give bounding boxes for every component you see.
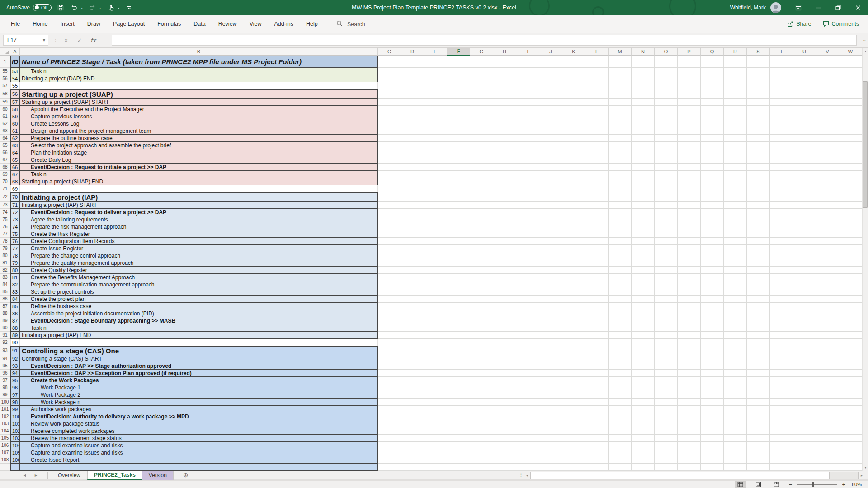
cell-id[interactable]: 105 [10, 449, 20, 456]
empty-grid-cells[interactable] [378, 362, 862, 370]
comments-button[interactable]: Comments [817, 19, 864, 29]
row-number[interactable]: 82 [0, 267, 10, 274]
table-row[interactable]: 7169 [0, 185, 862, 192]
autosave-toggle[interactable]: AutoSave Off [6, 4, 52, 11]
row-number[interactable]: 84 [0, 281, 10, 288]
cell-id[interactable]: 85 [10, 303, 20, 310]
row-number[interactable]: 96 [0, 370, 10, 377]
column-header-K[interactable]: K [562, 48, 585, 56]
empty-grid-cells[interactable] [378, 120, 862, 127]
new-sheet-icon[interactable]: ⊕ [183, 471, 189, 479]
empty-grid-cells[interactable] [378, 89, 862, 99]
cell-task-name[interactable]: Event/Decision : DAP >> Exception Plan a… [20, 370, 378, 377]
empty-grid-cells[interactable] [378, 420, 862, 427]
table-row[interactable]: 103101Review work package status [0, 420, 862, 427]
cell-task-name[interactable] [20, 339, 378, 346]
cell-task-name[interactable]: Review the management stage status [20, 435, 378, 442]
table-row[interactable]: 104102Receive completed work packages [0, 427, 862, 435]
row-number[interactable]: 73 [0, 202, 10, 209]
table-row[interactable]: 7068Starting up a project (SUAP) END [0, 178, 862, 185]
cell-id[interactable]: 90 [10, 339, 20, 346]
row-number[interactable]: 100 [0, 399, 10, 406]
next-sheet-icon[interactable]: ► [34, 473, 38, 478]
cell-task-name[interactable]: Design and appoint the project managemen… [20, 127, 378, 135]
empty-grid-cells[interactable] [378, 391, 862, 399]
column-header-Q[interactable]: Q [701, 48, 724, 56]
cell-task-name[interactable]: Review work package status [20, 420, 378, 427]
row-number[interactable]: 85 [0, 288, 10, 296]
empty-grid-cells[interactable] [378, 377, 862, 384]
undo-icon[interactable] [70, 3, 79, 13]
row-number[interactable]: 63 [0, 127, 10, 135]
ribbon-tab-review[interactable]: Review [212, 15, 243, 33]
table-row[interactable]: 5755 [0, 82, 862, 89]
row-number[interactable]: 77 [0, 230, 10, 238]
touch-mouse-mode-icon[interactable] [106, 3, 115, 13]
cell-task-name[interactable]: Assemble the project initiation document… [20, 310, 378, 317]
table-row[interactable]: 8179Prepare the quality management appro… [0, 259, 862, 267]
empty-grid-cells[interactable] [378, 288, 862, 296]
row-number[interactable]: 106 [0, 442, 10, 449]
cell-task-name[interactable]: Event/Decision : Stage Boundary approach… [20, 317, 378, 324]
row-number[interactable]: 68 [0, 164, 10, 171]
page-break-preview-icon[interactable] [771, 481, 783, 488]
row-number[interactable]: 99 [0, 391, 10, 399]
cell-task-name[interactable]: Event/Decision: Authority to delivery a … [20, 413, 378, 420]
row-number[interactable]: 105 [0, 435, 10, 442]
cell-task-name[interactable]: Work Package n [20, 399, 378, 406]
cell-task-name[interactable]: Event/Decision : Request to initiate a p… [20, 164, 378, 171]
cell-id[interactable]: 97 [10, 391, 20, 399]
empty-grid-cells[interactable] [378, 324, 862, 332]
cell-task-name[interactable]: Create Configuration Item Records [20, 238, 378, 245]
column-header-N[interactable]: N [632, 48, 655, 56]
table-row[interactable]: 6563Select the project approach and asse… [0, 142, 862, 149]
cell-id[interactable]: 60 [10, 120, 20, 127]
empty-grid-cells[interactable] [378, 399, 862, 406]
expand-formula-bar-icon[interactable]: ⌄ [863, 38, 866, 42]
spreadsheet-grid[interactable]: 1IDName of PRINCE2 Stage / Task (taken f… [0, 56, 862, 471]
cell-task-name[interactable]: Set up the project controls [20, 288, 378, 296]
row-number[interactable]: 92 [0, 339, 10, 346]
row-number[interactable]: 60 [0, 106, 10, 113]
row-number[interactable]: 97 [0, 377, 10, 384]
cell-id[interactable]: 91 [10, 346, 20, 355]
cell-id[interactable]: 56 [10, 89, 20, 99]
row-number[interactable]: 67 [0, 156, 10, 164]
row-number[interactable]: 86 [0, 296, 10, 303]
ribbon-tab-add-ins[interactable]: Add-ins [268, 15, 300, 33]
empty-grid-cells[interactable] [378, 267, 862, 274]
row-number[interactable]: 80 [0, 252, 10, 259]
cell-id[interactable]: 68 [10, 178, 20, 185]
column-header-D[interactable]: D [401, 48, 424, 56]
sheet-tab-prince2_tasks[interactable]: PRINCE2_Tasks [87, 471, 142, 480]
table-row[interactable]: 6058Appoint the Executive and the Projec… [0, 106, 862, 113]
cell-id[interactable]: 64 [10, 149, 20, 156]
row-number[interactable]: 76 [0, 223, 10, 230]
table-row[interactable]: 106104Capture and examine issues and ris… [0, 442, 862, 449]
empty-grid-cells[interactable] [378, 252, 862, 259]
scroll-up-icon[interactable]: ▲ [863, 48, 868, 55]
cell-id[interactable]: 76 [10, 238, 20, 245]
empty-grid-cells[interactable] [378, 99, 862, 106]
cell-task-name[interactable]: Create Quality Register [20, 267, 378, 274]
name-box[interactable]: F17 ▼ [3, 35, 48, 46]
table-row[interactable]: 9997Work Package 2 [0, 391, 862, 399]
row-number[interactable]: 87 [0, 303, 10, 310]
cell-id[interactable]: 82 [10, 281, 20, 288]
empty-grid-cells[interactable] [378, 442, 862, 449]
empty-grid-cells[interactable] [378, 281, 862, 288]
cell-task-name[interactable]: Controlling a stage (CAS) One [20, 346, 378, 355]
row-number[interactable]: 81 [0, 259, 10, 267]
cell-task-name[interactable]: Capture previous lessons [20, 113, 378, 120]
empty-grid-cells[interactable] [378, 223, 862, 230]
cell-id[interactable]: 73 [10, 216, 20, 223]
table-row[interactable]: 6967Task n [0, 171, 862, 178]
row-number[interactable]: 102 [0, 413, 10, 420]
empty-grid-cells[interactable] [378, 113, 862, 120]
minimize-button[interactable] [808, 0, 828, 15]
column-header-H[interactable]: H [493, 48, 516, 56]
row-number[interactable]: 107 [0, 449, 10, 456]
cell-id[interactable]: 61 [10, 127, 20, 135]
cell-task-name[interactable]: Event/Decision : Request to deliver a pr… [20, 209, 378, 216]
undo-dropdown-icon[interactable]: ⌄ [80, 5, 84, 9]
